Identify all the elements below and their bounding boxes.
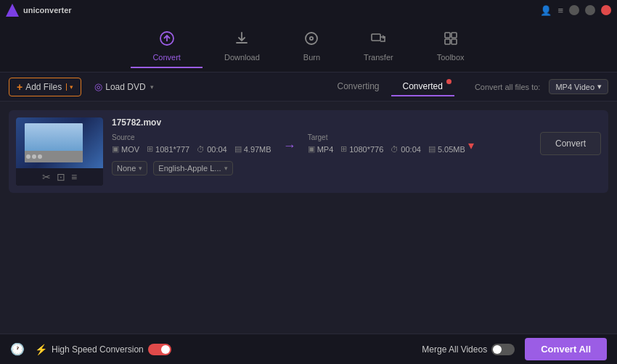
- nav-item-transfer[interactable]: Transfer: [342, 25, 415, 67]
- nav-item-download[interactable]: Download: [203, 25, 282, 67]
- source-size-icon: ▤: [234, 144, 242, 154]
- merge-toggle[interactable]: [491, 344, 515, 355]
- user-icon[interactable]: 👤: [540, 5, 552, 16]
- format-select-value: MP4 Video: [555, 83, 594, 91]
- target-size-icon: ▤: [428, 144, 436, 154]
- target-format-value: MP4: [317, 145, 334, 154]
- svg-rect-6: [445, 33, 450, 38]
- convert-all-button[interactable]: Convert All: [525, 338, 607, 360]
- thumbnail-inner: [25, 123, 83, 162]
- menu-icon[interactable]: ≡: [557, 5, 563, 16]
- thumb-screen: [25, 123, 83, 151]
- thumb-dot-2: [32, 154, 36, 159]
- target-duration-value: 00:04: [401, 145, 421, 154]
- source-size-value: 4.97MB: [244, 145, 271, 154]
- speed-toggle[interactable]: [148, 344, 171, 355]
- svg-rect-8: [445, 39, 450, 44]
- add-files-button[interactable]: + Add Files ▾: [9, 78, 81, 96]
- load-dvd-label: Load DVD: [105, 82, 145, 92]
- source-resolution: ⊞ 1081*777: [147, 144, 189, 154]
- maximize-button[interactable]: [585, 5, 595, 15]
- source-label: Source: [112, 133, 271, 141]
- transfer-nav-label: Transfer: [364, 53, 393, 62]
- load-dvd-button[interactable]: ◎ Load DVD ▾: [87, 78, 160, 95]
- main-content: ✂ ⊡ ≡ 175782.mov Source ▣ MOV: [0, 102, 617, 334]
- burn-nav-icon: [303, 30, 319, 50]
- subtitle-none-arrow-icon: ▾: [139, 165, 142, 172]
- source-size: ▤ 4.97MB: [234, 144, 271, 154]
- toolbox-nav-icon: [443, 30, 459, 50]
- target-resolution: ⊞ 1080*776: [340, 144, 383, 154]
- thumbnail-image: [16, 117, 103, 168]
- merge-section: Merge All Videos: [422, 344, 515, 355]
- settings-icon[interactable]: ≡: [71, 171, 77, 183]
- target-block-wrapper: Target ▣ MP4 ⊞ 1080*776 ⏱: [308, 133, 474, 154]
- source-duration-value: 00:04: [207, 145, 227, 154]
- target-duration-icon: ⏱: [391, 145, 399, 154]
- subtitle-lang-select[interactable]: English-Apple L... ▾: [153, 161, 232, 175]
- app-name: uniconverter: [23, 6, 72, 15]
- speed-label: High Speed Conversion: [52, 344, 144, 355]
- toolbox-nav-label: Toolbox: [437, 53, 465, 62]
- app-logo: [6, 4, 19, 17]
- load-dvd-dropdown-icon[interactable]: ▾: [150, 83, 154, 91]
- navbar: Convert Download Burn: [0, 20, 617, 73]
- format-select[interactable]: MP4 Video ▾: [549, 79, 608, 94]
- bolt-icon: ⚡: [35, 344, 47, 355]
- nav-item-burn[interactable]: Burn: [282, 25, 342, 67]
- svg-point-4: [311, 38, 312, 39]
- dvd-icon: ◎: [94, 81, 102, 92]
- speed-toggle-knob: [161, 345, 170, 354]
- source-format: ▣ MOV: [112, 144, 139, 154]
- merge-label: Merge All Videos: [422, 344, 487, 355]
- thumbnail-area: ✂ ⊡ ≡: [16, 117, 103, 186]
- close-button[interactable]: [601, 5, 611, 15]
- titlebar: uniconverter 👤 ≡: [0, 0, 617, 20]
- speed-section: ⚡ High Speed Conversion: [35, 344, 171, 355]
- tab-group: Converting Converted: [326, 78, 454, 96]
- svg-rect-5: [372, 34, 380, 41]
- thumb-bar: [25, 151, 83, 162]
- plus-icon: +: [17, 81, 23, 93]
- subtitle-lang-arrow-icon: ▾: [224, 165, 228, 172]
- subtitle-lang-value: English-Apple L...: [158, 164, 221, 173]
- crop-icon[interactable]: ⊡: [57, 171, 65, 183]
- conversion-row: Source ▣ MOV ⊞ 1081*777 ⏱ 00:04: [112, 132, 601, 155]
- target-size-value: 5.05MB: [438, 145, 465, 154]
- thumb-dot-1: [26, 154, 30, 159]
- toolbar: + Add Files ▾ ◎ Load DVD ▾ Converting Co…: [0, 73, 617, 102]
- merge-toggle-knob: [493, 345, 502, 354]
- conversion-arrow-icon: →: [280, 138, 299, 154]
- source-format-icon: ▣: [112, 144, 119, 154]
- target-resolution-icon: ⊞: [340, 144, 347, 154]
- source-resolution-value: 1081*777: [155, 145, 189, 154]
- source-block: Source ▣ MOV ⊞ 1081*777 ⏱ 00:04: [112, 133, 271, 154]
- target-format: ▣ MP4: [308, 144, 334, 154]
- target-block: Target ▣ MP4 ⊞ 1080*776 ⏱: [308, 133, 465, 154]
- scissors-icon[interactable]: ✂: [42, 171, 51, 183]
- target-size: ▤ 5.05MB: [428, 144, 465, 154]
- minimize-button[interactable]: [569, 5, 579, 15]
- nav-item-convert[interactable]: Convert: [131, 25, 203, 67]
- target-label: Target: [308, 133, 465, 141]
- nav-item-toolbox[interactable]: Toolbox: [415, 25, 486, 67]
- source-duration: ⏱ 00:04: [197, 145, 227, 154]
- source-resolution-icon: ⊞: [147, 144, 153, 154]
- download-nav-label: Download: [224, 53, 260, 62]
- tab-converted[interactable]: Converted: [391, 78, 454, 96]
- target-props: ▣ MP4 ⊞ 1080*776 ⏱ 00:04: [308, 144, 465, 154]
- target-format-icon: ▣: [308, 144, 315, 154]
- target-resolution-value: 1080*776: [349, 145, 383, 154]
- convert-button[interactable]: Convert: [540, 132, 601, 155]
- convert-nav-icon: [159, 30, 175, 50]
- tab-converting[interactable]: Converting: [326, 78, 391, 96]
- target-format-dropdown-button[interactable]: ▾: [468, 138, 474, 154]
- thumbnail-controls: ✂ ⊡ ≡: [16, 168, 103, 186]
- download-nav-icon: [234, 30, 250, 50]
- add-files-dropdown-icon[interactable]: ▾: [66, 83, 73, 91]
- subtitle-none-value: None: [117, 164, 136, 173]
- titlebar-right: 👤 ≡: [540, 5, 611, 16]
- clock-icon[interactable]: 🕐: [10, 342, 25, 356]
- subtitle-none-select[interactable]: None ▾: [112, 161, 147, 175]
- converted-tab-label: Converted: [403, 81, 443, 91]
